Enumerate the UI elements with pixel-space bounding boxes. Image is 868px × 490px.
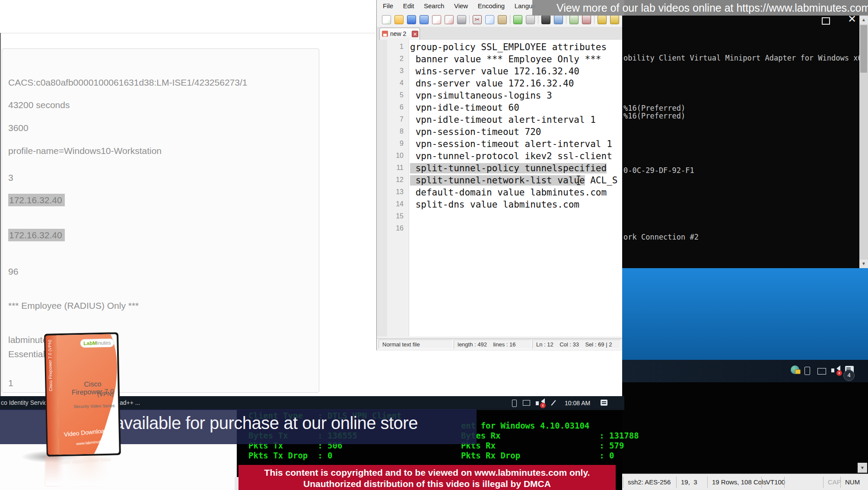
scroll-down-icon[interactable]: ▼: [859, 259, 868, 268]
tab-close-icon[interactable]: ✕: [412, 31, 418, 37]
menu-language[interactable]: Language: [511, 0, 535, 10]
vpn-globe-icon[interactable]: [791, 365, 799, 374]
close-file-icon[interactable]: [432, 15, 441, 24]
code-line: 2 banner value *** Employee Only ***: [377, 54, 623, 66]
menu-view[interactable]: View: [450, 0, 472, 10]
notepadpp-window: File Edit Search View Encoding Language …: [376, 0, 622, 350]
taskbar-item-ise[interactable]: co Identity Servic: [1, 399, 47, 406]
dmca-banner: This content is copyrighted and to be vi…: [238, 465, 616, 490]
display-icon[interactable]: [523, 400, 530, 406]
code-line: 10 vpn-tunnel-protocol ikev2 ssl-client: [377, 151, 623, 163]
macro-record-icon[interactable]: [598, 15, 607, 24]
reflection-fade: [45, 456, 120, 486]
code-line: 15: [377, 211, 623, 223]
securecrt-statusbar: ssh2: AES-256 19, 3 19 Rows, 108 Cols VT…: [622, 474, 868, 490]
clock[interactable]: 10:08 AM: [565, 400, 590, 407]
print-icon[interactable]: [457, 15, 466, 24]
code-line: 14 split-dns value labminutes.com: [377, 199, 623, 211]
open-file-icon[interactable]: [394, 15, 404, 24]
cmd-mac-line: 0-0C-29-DF-92-F1: [623, 166, 694, 175]
ise-value: 3: [8, 173, 13, 183]
cmd-ip-line: %16(Preferred): [623, 112, 685, 120]
code-line: 8 vpn-session-timeout 720: [377, 126, 623, 138]
taskbar-item-notepadpp[interactable]: ad++ ...: [120, 399, 140, 406]
cmd-conn-line: ork Connection #2: [623, 233, 699, 241]
code-line-selected: 11 split-tunnel-policy tunnelspecified: [377, 163, 623, 175]
code-line: 9 vpn-session-timeout alert-interval 1: [377, 138, 623, 151]
text-editor[interactable]: 1group-policy SSL_EMPLOYEE attributes 2 …: [377, 40, 623, 336]
cmd-window[interactable]: obility Client Virtual Miniport Adapter …: [622, 16, 868, 268]
status-length: length : 492 lines : 16: [454, 339, 531, 349]
code-line: 6 vpn-idle-timeout 60: [377, 102, 623, 114]
zoom-in-icon[interactable]: [569, 15, 579, 24]
scroll-up-icon[interactable]: ▲: [859, 16, 868, 24]
paste-icon[interactable]: [498, 15, 507, 24]
new-file-icon[interactable]: [382, 15, 391, 24]
macro-play-icon[interactable]: [610, 15, 619, 24]
tab-bar: new 2 ✕: [377, 27, 623, 40]
ise-profile-name: profile-name=Windows10-Workstation: [8, 146, 162, 156]
menu-encoding[interactable]: Encoding: [474, 0, 509, 10]
status-blank: [784, 477, 828, 488]
save-all-icon[interactable]: [420, 15, 429, 24]
dvd-series: Security Video Series: [73, 403, 115, 409]
divider: [0, 33, 375, 33]
status-termsize: 19 Rows, 108 Cols: [707, 477, 766, 488]
page-background: [235, 477, 238, 490]
dvd-box: Cisco Firepower 7.0 (VPN) LabMinutes Cis…: [44, 332, 121, 458]
code-line: 16: [377, 223, 623, 235]
status-position: Ln : 12 Col : 33 Sel : 69 | 2: [532, 339, 621, 349]
dvd-front-cover: LabMinutes Cisco Firepower 7.0 (VPN) Sec…: [57, 334, 119, 455]
muted-speaker-icon[interactable]: x: [536, 400, 539, 405]
menubar: File Edit Search View Encoding Language …: [377, 0, 535, 13]
replace-icon[interactable]: [554, 15, 563, 24]
ise-timeout: 43200 seconds: [8, 100, 70, 110]
copy-icon[interactable]: [485, 15, 494, 24]
screen: CACS:c0a80afb0000100061631d38:LM-ISE1/42…: [0, 0, 868, 490]
maximize-icon[interactable]: [822, 17, 830, 25]
scroll-thumb[interactable]: [860, 25, 867, 73]
labminutes-logo: LabMinutes: [80, 338, 114, 348]
vpn-stat-drops: Pkts Tx Drop : 0 Pkts Rx Drop : 0: [248, 451, 614, 460]
text-cursor-pointer: [578, 176, 579, 185]
find-icon[interactable]: [541, 15, 550, 24]
code-line: 3 wins-server value 172.16.32.40: [377, 66, 623, 78]
code-line: 5 vpn-simultaneous-logins 3: [377, 90, 623, 102]
status-num: NUM: [840, 477, 860, 488]
tab-new-2[interactable]: new 2 ✕: [379, 28, 420, 40]
action-center-icon[interactable]: [601, 400, 607, 406]
unsaved-floppy-icon: [382, 31, 388, 37]
code-line-selected: 12 split-tunnel-network-list value ACL_S: [377, 175, 623, 187]
dmca-line1: This content is copyrighted and to be vi…: [238, 468, 616, 478]
dmca-line2: Unauthorized distribution of this video …: [238, 479, 616, 489]
network-icon[interactable]: [817, 368, 826, 375]
menu-search[interactable]: Search: [420, 0, 448, 10]
redo-icon[interactable]: [526, 15, 535, 24]
cmd-ip-line: %16(Preferred): [623, 104, 685, 112]
ise-value: 3600: [8, 123, 29, 133]
cut-icon[interactable]: ✂: [473, 15, 482, 24]
ise-value: 1: [8, 378, 13, 388]
muted-speaker-icon[interactable]: x: [831, 367, 834, 372]
save-icon[interactable]: [407, 15, 416, 24]
ise-value: 96: [8, 266, 18, 277]
close-all-icon[interactable]: [445, 15, 454, 24]
undo-icon[interactable]: [513, 15, 522, 24]
promo-top-text: View more of our lab videos online at ht…: [556, 2, 868, 14]
scrollbar[interactable]: ▲ ▼: [859, 16, 868, 268]
desktop-wallpaper: [622, 268, 868, 360]
statusbar: Normal text file length : 492 lines : 16…: [377, 338, 623, 351]
ise-dns-server: 172.16.32.40: [8, 230, 65, 240]
status-cipher: ssh2: AES-256: [623, 477, 681, 488]
cmd-adapter-line: obility Client Virtual Miniport Adapter …: [623, 54, 867, 62]
menu-file[interactable]: File: [379, 0, 397, 10]
pen-input-icon[interactable]: [553, 400, 554, 406]
menu-edit[interactable]: Edit: [399, 0, 418, 10]
zoom-out-icon[interactable]: [582, 15, 591, 24]
usb-icon[interactable]: [512, 400, 517, 407]
scroll-down-icon[interactable]: ▼: [858, 463, 867, 473]
usb-icon[interactable]: [804, 367, 810, 375]
code-line: 4 dns-server value 172.16.32.40: [377, 78, 623, 90]
ise-session-id: CACS:c0a80afb0000100061631d38:LM-ISE1/42…: [8, 77, 247, 88]
tab-label: new 2: [390, 30, 406, 37]
